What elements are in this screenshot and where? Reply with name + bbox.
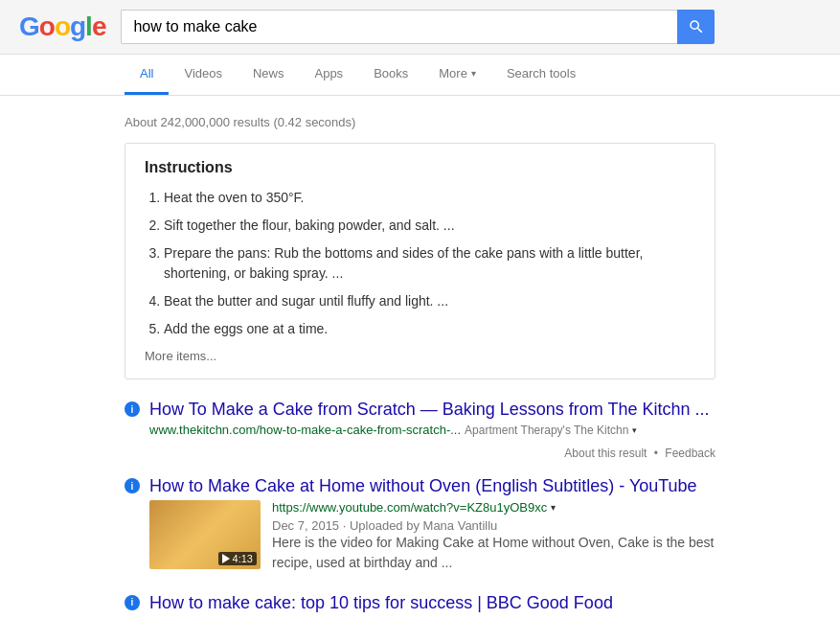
result-1-url-text: www.thekitchn.com/how-to-make-a-cake-fro… xyxy=(149,423,461,437)
result-2-icon: i xyxy=(125,478,140,572)
snippet-item-4: Beat the butter and sugar until fluffy a… xyxy=(164,291,695,311)
result-2-url-text: https://www.youtube.com/watch?v=KZ8u1yOB… xyxy=(272,500,547,515)
duration-text: 4:13 xyxy=(233,553,253,564)
snippet-item-1: Heat the oven to 350°F. xyxy=(164,188,695,208)
more-items-link[interactable]: More items... xyxy=(145,349,695,363)
youtube-thumbnail-wrapper: 4:13 https://www.youtube.com/watch?v=KZ8… xyxy=(149,500,715,573)
search-result-3: i How to make cake: top 10 tips for succ… xyxy=(125,592,715,619)
results-stats: About 242,000,000 results (0.42 seconds) xyxy=(125,115,715,129)
search-bar-wrapper xyxy=(121,10,715,44)
snippet-item-5: Add the eggs one at a time. xyxy=(164,319,695,339)
feedback-link[interactable]: Feedback xyxy=(665,447,715,460)
result-2-meta: Dec 7, 2015 · Uploaded by Mana Vantillu xyxy=(272,518,715,533)
result-2-dropdown-arrow: ▾ xyxy=(551,502,556,513)
youtube-thumbnail[interactable]: 4:13 xyxy=(149,500,261,569)
result-1-source: Apartment Therapy's The Kitchn ▾ xyxy=(465,424,637,437)
result-1-content: How To Make a Cake from Scratch — Baking… xyxy=(149,399,715,441)
tab-news[interactable]: News xyxy=(238,55,300,95)
result-2-desc: Here is the video for Making Cake at Hom… xyxy=(272,533,715,573)
google-logo: Google xyxy=(19,11,105,42)
play-icon xyxy=(222,554,230,563)
header: Google xyxy=(0,0,840,55)
source-dropdown-arrow: ▾ xyxy=(632,425,637,435)
snippet-item-3: Prepare the pans: Rub the bottoms and si… xyxy=(164,243,695,284)
tab-videos[interactable]: Videos xyxy=(169,55,238,95)
info-icon-3: i xyxy=(125,595,140,610)
featured-snippet: Instructions Heat the oven to 350°F. Sif… xyxy=(125,143,715,379)
snippet-list: Heat the oven to 350°F. Sift together th… xyxy=(145,188,695,339)
result-3-title[interactable]: How to make cake: top 10 tips for succes… xyxy=(149,592,715,614)
results-container: About 242,000,000 results (0.42 seconds)… xyxy=(0,96,840,619)
snippet-item-2: Sift together the flour, baking powder, … xyxy=(164,216,695,236)
youtube-text-content: https://www.youtube.com/watch?v=KZ8u1yOB… xyxy=(272,500,715,573)
info-icon-2: i xyxy=(125,478,140,493)
snippet-title: Instructions xyxy=(145,159,695,176)
tab-search-tools[interactable]: Search tools xyxy=(491,55,591,95)
about-result-bar: About this result • Feedback xyxy=(125,447,715,460)
about-this-result-link[interactable]: About this result xyxy=(564,447,647,460)
tab-apps[interactable]: Apps xyxy=(299,55,358,95)
more-dropdown-arrow: ▾ xyxy=(471,68,476,79)
result-2-content: How to Make Cake at Home without Oven (E… xyxy=(149,475,715,572)
duration-badge: 4:13 xyxy=(218,552,257,565)
search-button[interactable] xyxy=(677,10,715,44)
result-3-content: How to make cake: top 10 tips for succes… xyxy=(149,592,715,619)
nav-tabs: All Videos News Apps Books More▾ Search … xyxy=(0,55,840,96)
tab-all[interactable]: All xyxy=(125,55,169,95)
result-3-icon: i xyxy=(125,595,140,619)
result-1-icon: i xyxy=(125,401,140,441)
tab-more[interactable]: More▾ xyxy=(423,55,491,95)
result-1-title[interactable]: How To Make a Cake from Scratch — Baking… xyxy=(149,399,715,421)
search-input[interactable] xyxy=(121,10,677,44)
search-icon xyxy=(688,18,705,35)
search-result-1: i How To Make a Cake from Scratch — Baki… xyxy=(125,399,715,441)
info-icon: i xyxy=(125,401,140,417)
result-2-title[interactable]: How to Make Cake at Home without Oven (E… xyxy=(149,475,715,497)
tab-books[interactable]: Books xyxy=(358,55,423,95)
result-1-url: www.thekitchn.com/how-to-make-a-cake-fro… xyxy=(149,423,715,437)
separator: • xyxy=(654,447,658,460)
result-2-url: https://www.youtube.com/watch?v=KZ8u1yOB… xyxy=(272,500,715,515)
search-result-2: i How to Make Cake at Home without Oven … xyxy=(125,475,715,572)
